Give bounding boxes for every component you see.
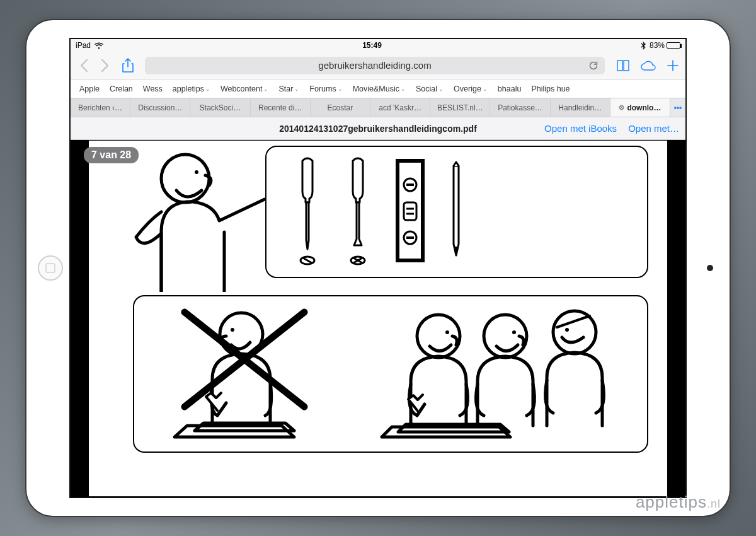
ipad-device-frame: iPad 15:49 83% [25,19,731,517]
flathead-screwdriver-icon [292,157,323,267]
share-button[interactable] [122,58,134,73]
bookmark-label: Star [278,84,293,93]
chevron-down-icon: ⌄ [401,86,406,92]
bookmark-label: Forums [309,84,336,93]
svg-point-1 [195,170,198,174]
tab[interactable]: Patiokasse… [490,98,550,117]
tab[interactable]: Handleidin… [551,98,610,117]
svg-point-11 [553,311,596,354]
battery-percent: 83% [650,41,665,50]
tab-label: BESLIST.nl… [437,103,483,112]
svg-point-12 [565,328,569,332]
pencil-icon [447,157,466,267]
bookmark-item[interactable]: Forums⌄ [306,83,346,95]
tools-required-panel [265,146,648,278]
bookmark-item[interactable]: Crelan [106,83,137,95]
chevron-down-icon: ⌄ [338,86,343,92]
bookmarks-bar: AppleCrelanWessappletips⌄Webcontent⌄Star… [71,79,685,98]
svg-point-10 [231,328,234,332]
browser-toolbar: gebruikershandleiding.com [71,52,685,79]
chevron-down-icon: ⌄ [438,86,444,92]
tab[interactable]: Berichten ‹… [71,98,130,117]
bookmark-label: appletips [173,84,204,93]
tab[interactable]: Recente di… [251,98,311,117]
bookmark-label: Movie&Music [353,84,399,93]
bookmark-label: Webcontent [220,84,262,93]
bookmark-item[interactable]: Apple [76,83,103,95]
status-bar: iPad 15:49 83% [71,39,685,52]
tab-strip: Berichten ‹…Discussion…StackSoci…Recente… [71,98,685,117]
assemble-together-illustration [373,300,638,451]
back-button[interactable] [77,59,91,73]
tab-label: acd 'Kaskr… [379,103,421,112]
bookmark-label: Crelan [110,84,133,93]
pdf-info-bar: 20140124131027gebruikershandleidingcom.p… [71,117,685,140]
tab-label: Recente di… [258,103,302,112]
tabs-overflow-button[interactable]: ••• [670,98,685,117]
chevron-down-icon: ⌄ [205,86,210,92]
bookmark-item[interactable]: Star⌄ [275,83,303,95]
tab-label: Patiokasse… [498,103,542,112]
open-with-button[interactable]: Open met… [628,123,679,134]
watermark-tld: .nl [707,498,721,510]
icloud-tabs-button[interactable] [640,60,656,71]
bookmark-label: Overige [454,84,481,93]
pdf-viewport[interactable]: 7 van 28 [71,140,685,497]
tab[interactable]: StackSoci… [190,98,250,117]
forward-button[interactable] [98,59,112,73]
svg-point-16 [445,330,449,334]
ipad-screen: iPad 15:49 83% [69,38,687,498]
assembly-advice-panel [133,295,648,453]
close-icon[interactable]: ⊗ [619,103,624,112]
bookmark-label: Wess [143,84,163,93]
phillips-screwdriver-icon [342,157,374,267]
pdf-filename: 20140124131027gebruikershandleidingcom.p… [279,124,477,134]
watermark: appletips.nl [636,492,721,512]
tab-label: Ecostar [328,103,353,112]
bookmark-item[interactable]: Webcontent⌄ [217,83,272,95]
bookmark-item[interactable]: appletips⌄ [169,83,214,95]
address-bar[interactable]: gebruikershandleiding.com [145,57,605,74]
front-camera [707,265,713,271]
bookmark-item[interactable]: Movie&Music⌄ [349,83,410,95]
dont-assemble-alone-illustration [147,300,336,451]
watermark-brand: appletips [636,492,707,511]
tab-label: downlo… [627,103,661,112]
chevron-down-icon: ⌄ [294,86,299,92]
wifi-icon [94,42,103,49]
chevron-down-icon: ⌄ [263,86,268,92]
bluetooth-icon [641,42,646,50]
home-button[interactable] [38,255,63,281]
tab-label: Discussion… [138,103,182,112]
battery-icon [667,42,680,49]
tab[interactable]: Discussion… [130,98,190,117]
tab-active[interactable]: ⊗downlo… [610,98,670,117]
tab-label: Handleidin… [558,103,602,112]
bookmark-label: Apple [79,84,100,93]
bookmarks-button[interactable] [616,59,630,72]
tab[interactable]: BESLIST.nl… [430,98,490,117]
carrier-label: iPad [76,41,91,50]
bookmark-item[interactable]: bhaalu [494,83,525,95]
pdf-page: 7 van 28 [88,140,668,497]
tab-label: StackSoci… [200,103,241,112]
spirit-level-icon [392,157,428,267]
bookmark-label: Philips hue [531,84,570,93]
tab[interactable]: Ecostar [311,98,370,117]
bookmark-item[interactable]: Wess [139,83,166,95]
reload-button[interactable] [588,61,598,71]
open-with-ibooks-button[interactable]: Open met iBooks [544,123,617,134]
bookmark-label: bhaalu [498,84,522,93]
svg-rect-7 [404,202,416,220]
ikea-person-illustration [123,144,268,292]
tab-label: Berichten ‹… [78,103,122,112]
bookmark-item[interactable]: Philips hue [527,83,573,95]
clock: 15:49 [362,41,382,50]
chevron-down-icon: ⌄ [483,86,488,92]
bookmark-item[interactable]: Social⌄ [412,83,447,95]
url-text: gebruikershandleiding.com [318,60,431,71]
tab[interactable]: acd 'Kaskr… [370,98,430,117]
bookmark-item[interactable]: Overige⌄ [450,83,491,95]
bookmark-label: Social [416,84,437,93]
new-tab-button[interactable] [667,59,679,72]
